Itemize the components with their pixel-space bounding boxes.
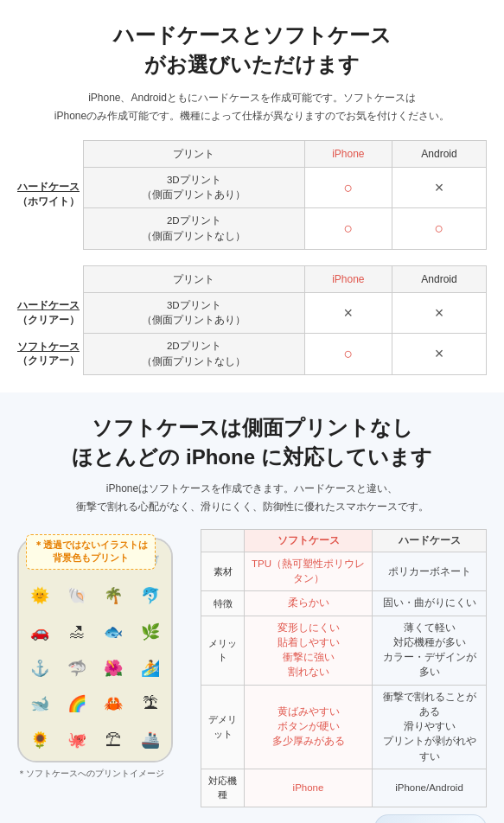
table1-label-line1: ハードケース: [17, 180, 80, 195]
sticker-item: 🐋: [22, 687, 58, 722]
table2-row1-android: ×: [392, 292, 487, 334]
sticker-item: 🐙: [60, 723, 95, 757]
table1-wrap: ハードケース （ホワイト） プリント iPhone Android 3Dプリント…: [17, 140, 487, 250]
comp-row1-soft: TPU（熱可塑性ポリウレタン）: [245, 552, 373, 591]
comp-row5-soft: iPhone: [245, 769, 373, 807]
bottom-row: ケースの脱着が 苦手な方におすすめ。 🤏: [17, 814, 487, 823]
comp-header-soft: ソフトケース: [245, 529, 373, 552]
sticker-item: 🦈: [60, 651, 95, 686]
table2-header-iphone: iPhone: [304, 265, 392, 292]
table2-row2-print: 2Dプリント （側面プリントなし）: [84, 334, 305, 375]
table2-row2-android: ×: [392, 334, 487, 375]
sticker-item: ⛱: [96, 723, 131, 757]
table-row: デメリット 黄ばみやすい ボタンが硬い 多少厚みがある 衝撃で割れることがある …: [201, 685, 487, 769]
section1-title: ハードケースとソフトケース がお選びいただけます: [17, 21, 487, 79]
table-row: 3Dプリント （側面プリントあり） ○ ×: [84, 167, 487, 208]
bottom-right: ケースの脱着が 苦手な方におすすめ。 🤏: [233, 814, 487, 823]
sticker-item: 🌻: [22, 723, 58, 757]
table-row: 対応機種 iPhone iPhone/Android: [201, 769, 487, 807]
sticker-item: ⚓: [22, 651, 58, 686]
sticker-item: 🌿: [133, 615, 169, 649]
table2-header-android: Android: [392, 265, 487, 292]
clear-case-image: 🤏: [374, 814, 487, 823]
table1-header-iphone: iPhone: [304, 140, 392, 167]
table1-row2-print: 2Dプリント （側面プリントなし）: [84, 208, 305, 250]
section2-desc: iPhoneはソフトケースを作成できます。ハードケースと違い、 衝撃で割れる心配…: [17, 480, 487, 515]
sticker-item: 🐬: [133, 579, 169, 614]
sticker-item: 🌈: [60, 687, 95, 722]
table2-label1: ハードケース （クリアー）: [17, 298, 80, 328]
section2: ソフトケースは側面プリントなし ほとんどの iPhone に対応しています iP…: [0, 392, 504, 823]
comp-row3-hard: 薄くて軽い 対応機種が多い カラー・デザインが多い: [373, 616, 487, 685]
comp-header-hard: ハードケース: [373, 529, 487, 552]
sticker-item: 🌞: [22, 579, 58, 614]
table2-row1-iphone: ×: [304, 292, 392, 334]
phone-label-tag: ＊透過ではないイラストは 背景色もプリント: [26, 534, 156, 570]
table-row: 3Dプリント （側面プリントあり） × ×: [84, 292, 487, 334]
sticker-item: 🐟: [96, 615, 131, 649]
comp-row3-header: メリット: [201, 616, 245, 685]
phone-image-wrap: ＊透過ではないイラストは 背景色もプリント 🌊 🐠 ⛵ 🦭 🌞 🐚 🌴 🐬 🚗: [17, 529, 190, 807]
comp-row5-header: 対応機種: [201, 769, 245, 807]
table2-row2-iphone: ○: [304, 334, 392, 375]
comp-row1-header: 素材: [201, 552, 245, 591]
comp-row2-header: 特徴: [201, 591, 245, 616]
sticker-item: 🏝: [133, 687, 169, 722]
table2-left-labels: ハードケース （クリアー） ソフトケース （クリアー）: [17, 265, 83, 375]
sticker-item: 🦀: [96, 687, 131, 722]
table2: プリント iPhone Android 3Dプリント （側面プリントあり） × …: [83, 265, 487, 375]
sticker-background: 🌊 🐠 ⛵ 🦭 🌞 🐚 🌴 🐬 🚗 🏖 🐟 🌿 ⚓ 🦈: [19, 539, 171, 761]
sticker-item: 🚢: [133, 723, 169, 757]
table-row: 特徴 柔らかい 固い・曲がりにくい: [201, 591, 487, 616]
comparison-table: ソフトケース ハードケース 素材 TPU（熱可塑性ポリウレタン） ポリカーボネー…: [201, 529, 487, 807]
comp-row4-hard: 衝撃で割れることがある 滑りやすい プリントが剥がれやすい: [373, 685, 487, 769]
table1-left-label: ハードケース （ホワイト）: [17, 140, 83, 250]
comp-row4-header: デメリット: [201, 685, 245, 769]
phone-footnote: ＊ソフトケースへのプリントイメージ: [17, 768, 190, 780]
table1: プリント iPhone Android 3Dプリント （側面プリントあり） ○ …: [83, 140, 487, 250]
section1-desc: iPhone、Androidともにハードケースを作成可能です。ソフトケースは i…: [17, 89, 487, 124]
comp-row5-hard: iPhone/Android: [373, 769, 487, 807]
comp-table-element: ソフトケース ハードケース 素材 TPU（熱可塑性ポリウレタン） ポリカーボネー…: [201, 529, 487, 807]
table1-row1-iphone: ○: [304, 167, 392, 208]
phone-image: 🌊 🐠 ⛵ 🦭 🌞 🐚 🌴 🐬 🚗 🏖 🐟 🌿 ⚓ 🦈: [17, 538, 173, 762]
sticker-item: 🚗: [22, 615, 58, 649]
sticker-item: 🏄: [133, 651, 169, 686]
table1-header-android: Android: [392, 140, 487, 167]
comp-row2-hard: 固い・曲がりにくい: [373, 591, 487, 616]
sticker-grid: 🌊 🐠 ⛵ 🦭 🌞 🐚 🌴 🐬 🚗 🏖 🐟 🌿 ⚓ 🦈: [19, 539, 171, 761]
comp-header-empty: [201, 529, 245, 552]
table1-row1-android: ×: [392, 167, 487, 208]
table-row: 素材 TPU（熱可塑性ポリウレタン） ポリカーボネート: [201, 552, 487, 591]
table1-header-print: プリント: [84, 140, 305, 167]
table2-header-print: プリント: [84, 265, 305, 292]
sticker-item: 🌺: [96, 651, 131, 686]
table2-wrap: ハードケース （クリアー） ソフトケース （クリアー） プリント iPhone …: [17, 265, 487, 375]
sticker-item: 🌴: [96, 579, 131, 614]
table1-row1-print: 3Dプリント （側面プリントあり）: [84, 167, 305, 208]
comp-row1-hard: ポリカーボネート: [373, 552, 487, 591]
table-row: 2Dプリント （側面プリントなし） ○ ○: [84, 208, 487, 250]
section2-body: ＊透過ではないイラストは 背景色もプリント 🌊 🐠 ⛵ 🦭 🌞 🐚 🌴 🐬 🚗: [17, 529, 487, 807]
sticker-item: 🐚: [60, 579, 95, 614]
section1: ハードケースとソフトケース がお選びいただけます iPhone、Androidと…: [0, 0, 504, 392]
sticker-item: 🏖: [60, 615, 95, 649]
table1-row2-android: ○: [392, 208, 487, 250]
table1-label-line2: （ホワイト）: [17, 195, 80, 209]
comp-row2-soft: 柔らかい: [245, 591, 373, 616]
section2-title: ソフトケースは側面プリントなし ほとんどの iPhone に対応しています: [17, 413, 487, 471]
table-row: 2Dプリント （側面プリントなし） ○ ×: [84, 334, 487, 375]
table-row: メリット 変形しにくい 貼着しやすい 衝撃に強い 割れない 薄くて軽い 対応機種…: [201, 616, 487, 685]
comp-row4-soft: 黄ばみやすい ボタンが硬い 多少厚みがある: [245, 685, 373, 769]
table2-row1-print: 3Dプリント （側面プリントあり）: [84, 292, 305, 334]
table1-row2-iphone: ○: [304, 208, 392, 250]
comp-row3-soft: 変形しにくい 貼着しやすい 衝撃に強い 割れない: [245, 616, 373, 685]
table2-label2: ソフトケース （クリアー）: [17, 340, 80, 369]
